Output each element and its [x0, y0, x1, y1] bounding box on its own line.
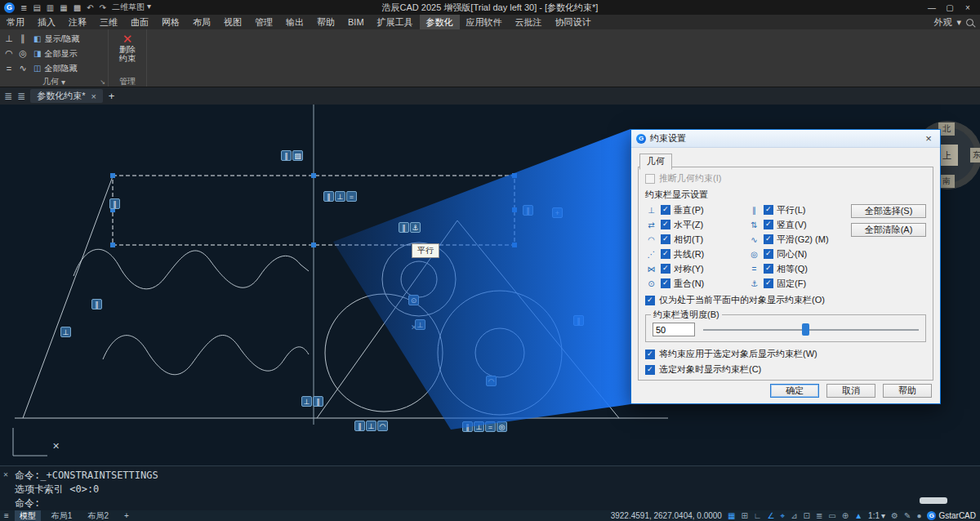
show-after-apply-checkbox[interactable] [645, 350, 655, 359]
help-button[interactable]: 帮助 [883, 384, 932, 398]
parallel-checkbox[interactable] [764, 205, 773, 215]
maximize-button[interactable]: ▢ [942, 2, 958, 13]
slanted-line-entity[interactable] [23, 176, 113, 418]
compass-south[interactable]: 南 [938, 175, 955, 188]
tab-canshuhua[interactable]: 参数化 [420, 15, 460, 29]
symmetric-checkbox[interactable] [661, 264, 670, 274]
plane-only-checkbox[interactable] [645, 296, 655, 305]
constraint-row[interactable]: ⇅竖直(V) [748, 217, 851, 232]
tab-bangzhu[interactable]: 帮助 [310, 15, 341, 29]
osnap-toggle-icon[interactable]: ⌖ [781, 511, 786, 521]
constraint-badge[interactable]: ∥⊥= [323, 191, 357, 202]
select-all-button[interactable]: 全部选择(S) [851, 204, 926, 218]
grid-toggle-icon[interactable]: ▦ [728, 511, 735, 521]
geometry-panel-footer[interactable]: 几何 ▾ ↘ [0, 77, 109, 87]
constraint-row[interactable]: ∿平滑(G2) (M) [748, 232, 851, 247]
tab-kuozhangongju[interactable]: 扩展工具 [371, 15, 420, 29]
smooth-tool-icon[interactable]: ∿ [16, 61, 29, 75]
selection-cycling-icon[interactable]: ⊕ [842, 511, 849, 521]
file-list-icon[interactable]: ≣ [4, 91, 12, 102]
document-tab[interactable]: 参数化约束* × [30, 89, 103, 103]
infer-constraints-checkbox[interactable] [645, 174, 655, 184]
ortho-toggle-icon[interactable]: ∟ [754, 511, 762, 521]
constraint-badge[interactable]: ∥⊥=◎ [462, 421, 507, 432]
layout2-tab[interactable]: 布局2 [82, 510, 114, 521]
spline-entity[interactable] [103, 336, 309, 375]
close-command-panel-icon[interactable]: ✕ [3, 470, 8, 479]
tab-xietongsheji[interactable]: 协同设计 [549, 15, 598, 29]
constraint-badge[interactable]: ∥▨ [281, 150, 303, 161]
app-logo-icon[interactable]: G [4, 2, 15, 13]
dialog-launcher-icon[interactable]: ↘ [100, 78, 105, 86]
tab-geometry[interactable]: 几何 [639, 154, 672, 170]
tab-qumian[interactable]: 曲面 [124, 15, 155, 29]
constraint-row[interactable]: ⚓固定(F) [748, 276, 851, 291]
tab-zhushi[interactable]: 注释 [62, 15, 93, 29]
tab-charu[interactable]: 插入 [31, 15, 62, 29]
add-layout-button[interactable]: + [119, 510, 134, 521]
infer-constraints-row[interactable]: 推断几何约束(I) [645, 172, 926, 185]
collinear-checkbox[interactable] [661, 249, 670, 259]
clear-all-button[interactable]: 全部清除(A) [851, 223, 926, 237]
cancel-button[interactable]: 取消 [826, 384, 875, 398]
drawing-canvas[interactable]: ✕ ✕ ∥ ∥ ⊥ ∥▨ ∥⊥= ∥⚓ ∥ + ⊥ ∥ ∥⊥◠ ∥⊥=◎ ⊥∥ … [0, 105, 980, 465]
show-on-select-row[interactable]: 选定对象时显示约束栏(C) [645, 363, 926, 376]
constraint-badge[interactable]: ⊥ [415, 319, 425, 330]
dynamic-input-icon[interactable]: ⊡ [804, 511, 810, 521]
constraint-row[interactable]: ⋈对称(Y) [645, 261, 748, 276]
command-prompt-line[interactable]: 命令: [15, 497, 977, 510]
concentric-tool-icon[interactable]: ◎ [16, 47, 29, 60]
otrack-toggle-icon[interactable]: ⊿ [791, 511, 797, 521]
constraint-row[interactable]: ⊙重合(N) [645, 276, 748, 291]
menu-icon[interactable]: ≣ [20, 3, 27, 12]
slider-thumb[interactable] [802, 323, 809, 336]
new-file-icon[interactable]: ▤ [33, 3, 40, 12]
tab-sanwei[interactable]: 三维 [93, 15, 124, 29]
parallel-tool-icon[interactable]: ∥ [16, 32, 29, 46]
layout1-tab[interactable]: 布局1 [47, 510, 78, 521]
pen-icon[interactable]: ✎ [904, 511, 911, 520]
constraint-badge[interactable]: ∥ [109, 198, 120, 209]
open-file-icon[interactable]: ▥ [47, 3, 54, 12]
snap-toggle-icon[interactable]: ⊞ [741, 511, 747, 521]
constraint-badge[interactable]: ⊥ [60, 327, 71, 337]
new-tab-button[interactable]: + [109, 90, 115, 102]
appearance-dropdown[interactable]: 外观 [933, 16, 951, 29]
gear-icon[interactable]: ⚙ [891, 511, 898, 520]
dialog-close-icon[interactable]: × [922, 132, 935, 145]
perpendicular-checkbox[interactable] [661, 205, 670, 215]
constraint-row[interactable]: =相等(Q) [748, 261, 851, 276]
tab-yingyongruanjian[interactable]: 应用软件 [460, 15, 509, 29]
annotation-scale-dropdown[interactable]: 1:1 ▾ [868, 511, 885, 520]
compass-east[interactable]: 东 [970, 148, 980, 163]
coincident-checkbox[interactable] [661, 278, 670, 288]
circle-entity[interactable] [325, 294, 443, 412]
close-tab-icon[interactable]: × [91, 91, 96, 101]
smooth-checkbox[interactable] [764, 234, 773, 244]
constraint-badge[interactable]: ∥ [91, 299, 102, 309]
redo-icon[interactable]: ↷ [100, 3, 106, 12]
notification-icon[interactable]: ● [916, 511, 921, 520]
compass-north[interactable]: 北 [938, 122, 955, 136]
close-button[interactable]: × [960, 2, 976, 13]
transparency-toggle-icon[interactable]: ▭ [828, 511, 835, 521]
tab-yunpizhu[interactable]: 云批注 [509, 15, 549, 29]
command-scrollbar[interactable] [920, 497, 947, 504]
show-on-select-checkbox[interactable] [645, 365, 655, 375]
perpendicular-tool-icon[interactable]: ⊥ [2, 32, 16, 46]
undo-icon[interactable]: ↶ [87, 3, 93, 12]
minimize-button[interactable]: — [924, 2, 940, 13]
constraint-badge[interactable]: ∥⊥◠ [354, 421, 388, 431]
constraint-badge[interactable]: ⊙ [408, 295, 419, 305]
constraint-badge[interactable]: ∥ [523, 205, 533, 216]
status-menu-icon[interactable]: ≡ [4, 511, 9, 520]
polar-toggle-icon[interactable]: ∠ [768, 511, 775, 521]
transparency-value-input[interactable] [653, 323, 695, 336]
equal-tool-icon[interactable]: = [2, 61, 16, 75]
horizontal-checkbox[interactable] [661, 220, 670, 229]
tab-shitu[interactable]: 视图 [217, 15, 248, 29]
tab-shuchu[interactable]: 输出 [279, 15, 310, 29]
constraint-badge[interactable]: + [552, 207, 563, 218]
tangent-tool-icon[interactable]: ◠ [2, 47, 16, 60]
print-icon[interactable]: ▩ [74, 3, 81, 12]
